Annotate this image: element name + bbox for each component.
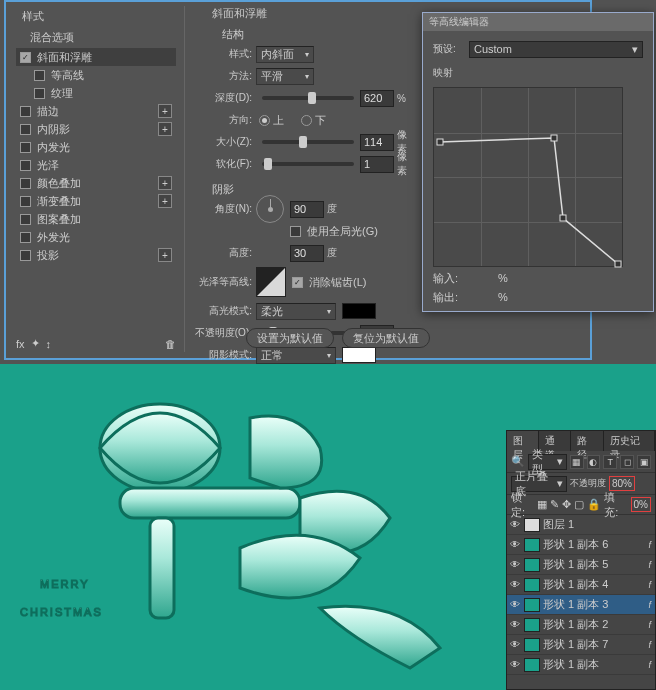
style-item-11[interactable]: 投影+ — [16, 246, 176, 264]
tab-paths[interactable]: 路径 — [571, 431, 603, 451]
fx-indicator[interactable]: f — [648, 620, 653, 630]
style-item-6[interactable]: 光泽 — [16, 156, 176, 174]
direction-down-radio[interactable] — [301, 115, 312, 126]
fx-indicator[interactable]: f — [648, 560, 653, 570]
add-effect-icon[interactable]: + — [158, 248, 172, 262]
style-item-2[interactable]: 纹理 — [16, 84, 176, 102]
highlight-color-swatch[interactable] — [342, 303, 376, 319]
style-checkbox[interactable] — [20, 196, 31, 207]
lock-brush-icon[interactable]: ✎ — [550, 498, 559, 511]
style-item-10[interactable]: 外发光 — [16, 228, 176, 246]
style-item-4[interactable]: 内阴影+ — [16, 120, 176, 138]
layer-thumbnail — [524, 638, 540, 652]
layer-row[interactable]: 👁图层 1 — [507, 515, 655, 535]
style-label: 外发光 — [37, 230, 70, 245]
layer-row[interactable]: 👁形状 1 副本 7f — [507, 635, 655, 655]
fx-indicator[interactable]: f — [648, 640, 653, 650]
size-slider[interactable] — [262, 140, 354, 144]
size-label: 大小(Z): — [192, 135, 256, 149]
method-select[interactable]: 平滑▾ — [256, 68, 314, 85]
lock-pixels-icon[interactable]: ▦ — [537, 498, 547, 511]
shadow-mode-select[interactable]: 正常▾ — [256, 347, 336, 364]
depth-slider[interactable] — [262, 96, 354, 100]
layer-row[interactable]: 👁形状 1 副本 3f — [507, 595, 655, 615]
layer-row[interactable]: 👁形状 1 副本f — [507, 655, 655, 675]
layer-row[interactable]: 👁形状 1 副本 6f — [507, 535, 655, 555]
lock-all-icon[interactable]: 🔒 — [587, 498, 601, 511]
style-checkbox[interactable] — [34, 70, 45, 81]
trash-icon[interactable]: 🗑 — [165, 338, 176, 350]
visibility-icon[interactable]: 👁 — [509, 539, 521, 550]
size-input[interactable]: 114 — [360, 134, 394, 151]
fx-icon[interactable]: ✦ — [31, 337, 40, 350]
fx-icon2[interactable]: ↕ — [46, 338, 52, 350]
gloss-contour-picker[interactable] — [256, 267, 286, 297]
blend-options[interactable]: 混合选项 — [16, 27, 176, 48]
visibility-icon[interactable]: 👁 — [509, 639, 521, 650]
reset-default-button[interactable]: 复位为默认值 — [342, 328, 430, 348]
style-checkbox[interactable] — [20, 232, 31, 243]
fx-indicator[interactable]: f — [648, 660, 653, 670]
style-checkbox[interactable] — [20, 142, 31, 153]
layer-row[interactable]: 👁形状 1 副本 2f — [507, 615, 655, 635]
style-checkbox[interactable] — [20, 250, 31, 261]
layer-row[interactable]: 👁形状 1 副本 5f — [507, 555, 655, 575]
filter-adjust-icon[interactable]: ◐ — [587, 455, 601, 469]
global-light-checkbox[interactable] — [290, 226, 301, 237]
style-item-9[interactable]: 图案叠加 — [16, 210, 176, 228]
tab-history[interactable]: 历史记录 — [604, 431, 655, 451]
preset-select[interactable]: Custom▾ — [469, 41, 643, 58]
add-effect-icon[interactable]: + — [158, 176, 172, 190]
fill-value[interactable]: 0% — [631, 497, 651, 512]
filter-type-select[interactable]: 类型▾ — [528, 454, 567, 470]
angle-input[interactable]: 90 — [290, 201, 324, 218]
style-checkbox[interactable] — [20, 160, 31, 171]
contour-editor-title: 等高线编辑器 — [423, 13, 653, 31]
angle-wheel[interactable] — [256, 195, 284, 223]
soften-slider[interactable] — [262, 162, 354, 166]
make-default-button[interactable]: 设置为默认值 — [246, 328, 334, 348]
add-effect-icon[interactable]: + — [158, 122, 172, 136]
add-effect-icon[interactable]: + — [158, 194, 172, 208]
visibility-icon[interactable]: 👁 — [509, 619, 521, 630]
filter-type-icon[interactable]: T — [603, 455, 617, 469]
style-item-3[interactable]: 描边+ — [16, 102, 176, 120]
style-checkbox[interactable] — [20, 106, 31, 117]
style-checkbox[interactable] — [20, 124, 31, 135]
antialias-checkbox[interactable]: ✓ — [292, 277, 303, 288]
style-checkbox[interactable] — [34, 88, 45, 99]
filter-shape-icon[interactable]: ◻ — [620, 455, 634, 469]
add-effect-icon[interactable]: + — [158, 104, 172, 118]
filter-smart-icon[interactable]: ▣ — [637, 455, 651, 469]
altitude-input[interactable]: 30 — [290, 245, 324, 262]
style-select[interactable]: 内斜面▾ — [256, 46, 314, 63]
search-icon[interactable]: 🔍 — [511, 455, 525, 468]
fx-indicator[interactable]: f — [648, 600, 653, 610]
style-item-8[interactable]: 渐变叠加+ — [16, 192, 176, 210]
style-checkbox[interactable]: ✓ — [20, 52, 31, 63]
highlight-mode-select[interactable]: 柔光▾ — [256, 303, 336, 320]
depth-input[interactable]: 620 — [360, 90, 394, 107]
direction-up-radio[interactable] — [259, 115, 270, 126]
fx-indicator[interactable]: f — [648, 540, 653, 550]
filter-pixel-icon[interactable]: ▦ — [570, 455, 584, 469]
style-item-5[interactable]: 内发光 — [16, 138, 176, 156]
visibility-icon[interactable]: 👁 — [509, 599, 521, 610]
shadow-color-swatch[interactable] — [342, 347, 376, 363]
lock-position-icon[interactable]: ✥ — [562, 498, 571, 511]
fx-indicator[interactable]: f — [648, 580, 653, 590]
layer-name: 形状 1 副本 3 — [543, 597, 608, 612]
visibility-icon[interactable]: 👁 — [509, 579, 521, 590]
style-checkbox[interactable] — [20, 178, 31, 189]
style-item-0[interactable]: ✓斜面和浮雕 — [16, 48, 176, 66]
contour-curve-editor[interactable] — [433, 87, 623, 267]
lock-artboard-icon[interactable]: ▢ — [574, 498, 584, 511]
style-item-7[interactable]: 颜色叠加+ — [16, 174, 176, 192]
visibility-icon[interactable]: 👁 — [509, 559, 521, 570]
style-item-1[interactable]: 等高线 — [16, 66, 176, 84]
layer-row[interactable]: 👁形状 1 副本 4f — [507, 575, 655, 595]
visibility-icon[interactable]: 👁 — [509, 519, 521, 530]
visibility-icon[interactable]: 👁 — [509, 659, 521, 670]
soften-input[interactable]: 1 — [360, 156, 394, 173]
style-checkbox[interactable] — [20, 214, 31, 225]
